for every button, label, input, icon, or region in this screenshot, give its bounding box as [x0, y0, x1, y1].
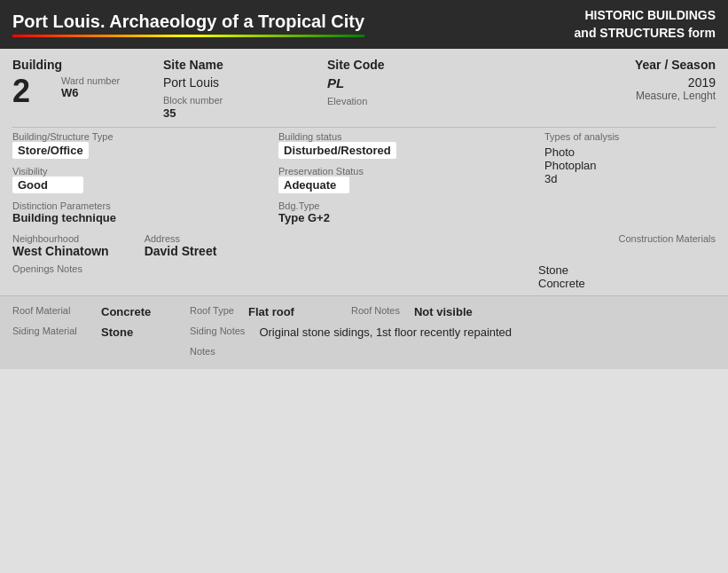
distinction-value: Building technique	[12, 211, 278, 224]
top-data-row: 2 Ward number W6 Port Louis Block number…	[12, 75, 716, 120]
construction-label: Construction Materials	[619, 233, 716, 244]
info-section: Building/Structure Type Store/Office Vis…	[12, 131, 716, 232]
block-label: Block number	[163, 95, 223, 106]
address-label: Address	[145, 233, 217, 244]
construction-item-stone: Stone	[538, 263, 568, 277]
year-value: 2019	[688, 75, 716, 90]
type-group: Building/Structure Type Store/Office	[12, 131, 278, 159]
site-name-group: Port Louis Block number 35	[163, 75, 327, 120]
distinction-group: Distinction Parameters Building techniqu…	[12, 200, 278, 224]
col-mid: Building status Disturbed/Restored Prese…	[278, 131, 544, 232]
roof-type-value: Flat roof	[248, 305, 337, 318]
block-group: Block number 35	[163, 93, 327, 120]
site-name-value: Port Louis	[163, 75, 327, 90]
construction-items: Stone Concrete	[538, 263, 716, 290]
address-group: Address David Street	[145, 233, 217, 258]
visibility-group: Visibility Good	[12, 166, 278, 193]
elevation-group: Elevation	[327, 94, 451, 107]
analysis-3d: 3d	[544, 172, 716, 185]
col-right: Types of analysis Photo Photoplan 3d	[544, 131, 716, 232]
siding-notes-label: Siding Notes	[190, 326, 245, 336]
top-labels-row: Building Site Name Site Code Year / Seas…	[12, 58, 716, 72]
status-group: Building status Disturbed/Restored	[278, 131, 544, 159]
preservation-value: Adequate	[278, 177, 349, 193]
status-label: Building status	[278, 131, 544, 142]
construction-item-concrete: Concrete	[538, 277, 585, 290]
analysis-photoplan: Photoplan	[544, 159, 716, 172]
header-title: Port Louis. Archaeology of a Tropical Ci…	[12, 12, 364, 37]
bottom-section: Roof Material Concrete Roof Type Flat ro…	[0, 295, 728, 369]
analysis-photo: Photo	[544, 145, 716, 159]
distinction-label: Distinction Parameters	[12, 200, 278, 211]
siding-row: Siding Material Stone Siding Notes Origi…	[12, 326, 716, 339]
site-code-value: PL	[327, 75, 451, 90]
status-value: Disturbed/Restored	[278, 142, 396, 159]
year-season-label: Year / Season	[451, 58, 716, 72]
measure-label: Measure, Lenght	[636, 90, 716, 102]
ward-label: Ward number	[61, 75, 163, 86]
openings-label: Openings Notes	[12, 263, 145, 290]
preservation-group: Preservation Status Adequate	[278, 166, 544, 193]
site-code-label: Site Code	[327, 58, 451, 72]
notes-row: Notes	[12, 346, 716, 360]
col-left: Building/Structure Type Store/Office Vis…	[12, 131, 278, 232]
analysis-label: Types of analysis	[544, 131, 716, 142]
year-group: 2019 Measure, Lenght	[451, 75, 716, 102]
construction-group: Construction Materials	[619, 233, 716, 258]
header: Port Louis. Archaeology of a Tropical Ci…	[0, 0, 728, 49]
type-value: Store/Office	[12, 142, 89, 159]
siding-material-value: Stone	[101, 326, 181, 339]
roof-material-value: Concrete	[101, 305, 181, 318]
site-code-group: PL Elevation	[327, 75, 451, 107]
visibility-value: Good	[12, 177, 83, 193]
notes-label: Notes	[190, 346, 215, 357]
neighbourhood-label: Neighbourhood	[12, 233, 109, 244]
roof-notes-value: Not visible	[414, 305, 473, 318]
neighbourhood-group: Neighbourhood West Chinatown	[12, 233, 109, 258]
visibility-label: Visibility	[12, 166, 278, 177]
bdgtype-value: Type G+2	[278, 211, 544, 224]
siding-notes-label-group: Siding Notes	[190, 326, 245, 336]
roof-type-label-group: Roof Type	[190, 305, 234, 316]
building-section-label: Building	[12, 58, 163, 72]
siding-material-label: Siding Material	[12, 326, 92, 336]
site-name-label: Site Name	[163, 58, 327, 72]
roof-material-label: Roof Material	[12, 305, 92, 316]
neighbourhood-value: West Chinatown	[12, 244, 109, 258]
neighbourhood-row: Neighbourhood West Chinatown Address Dav…	[12, 233, 716, 258]
building-number: 2	[12, 75, 61, 107]
type-label: Building/Structure Type	[12, 131, 278, 142]
roof-type-label: Roof Type	[190, 305, 234, 316]
divider-1	[12, 127, 716, 128]
ward-value: W6	[61, 86, 163, 99]
main-content: Building Site Name Site Code Year / Seas…	[0, 49, 728, 369]
roof-notes-label: Roof Notes	[351, 305, 400, 316]
bdgtype-label: Bdg.Type	[278, 200, 544, 211]
ward-block-group: Ward number W6	[61, 75, 163, 99]
roof-row: Roof Material Concrete Roof Type Flat ro…	[12, 305, 716, 318]
siding-notes-value: Original stone sidings, 1st floor recent…	[259, 326, 512, 339]
bdgtype-group: Bdg.Type Type G+2	[278, 200, 544, 224]
openings-construction-row: Openings Notes Stone Concrete	[12, 263, 716, 290]
elevation-label: Elevation	[327, 96, 367, 106]
block-value: 35	[163, 106, 176, 120]
preservation-label: Preservation Status	[278, 166, 544, 177]
address-value: David Street	[145, 244, 217, 258]
roof-notes-label-group: Roof Notes	[351, 305, 400, 316]
header-subtitle: HISTORIC BUILDINGS and STRUCTURES form	[575, 7, 716, 42]
